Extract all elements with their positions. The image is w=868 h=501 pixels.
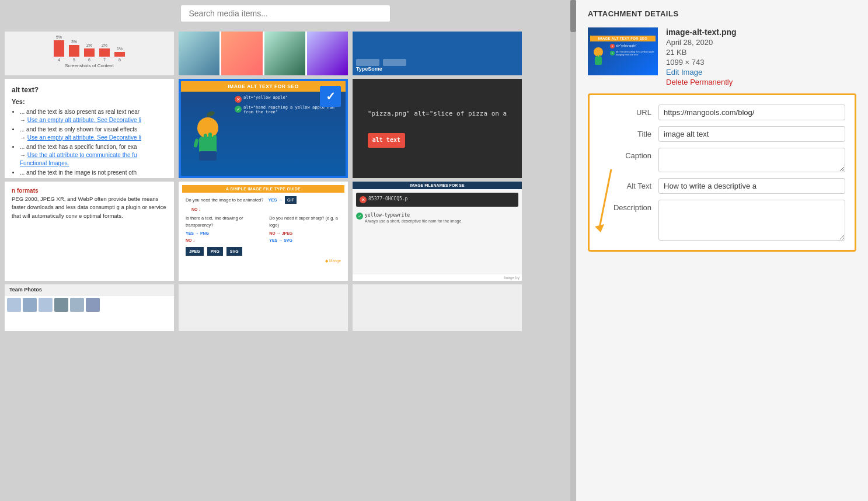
fn-check-icon: ✓: [356, 213, 363, 220]
svg-rect-6: [213, 135, 217, 145]
flowchart-banner: A SIMPLE IMAGE FILE TYPE GUIDE: [182, 185, 344, 193]
attachment-filename: image-alt-text.png: [666, 27, 737, 37]
team-photo-1: [7, 298, 21, 312]
bottom-cell-2: [179, 284, 348, 331]
fn-x-icon: ✕: [360, 196, 367, 203]
caption-textarea[interactable]: [658, 148, 845, 172]
logo-1: [356, 59, 379, 66]
caption-row: Caption: [599, 148, 845, 172]
chart-label: Screenshots of Content: [65, 63, 114, 68]
team-photo-6: [86, 298, 100, 312]
blue-banner-text: TypeSome: [356, 66, 518, 72]
thumb-banner-text: IMAGE ALT TEXT FOR SEO: [590, 36, 656, 41]
attachment-meta: image-alt-text.png April 28, 2020 21 KB …: [666, 27, 737, 86]
pizza-code: "pizza.png" alt="slice of pizza on a: [368, 110, 507, 117]
url-row: URL: [599, 105, 845, 120]
link-3[interactable]: Use the alt attribute to communicate the…: [27, 152, 137, 158]
url-input[interactable]: [658, 105, 845, 120]
title-label: Title: [599, 126, 651, 138]
link-3b[interactable]: Functional Images.: [20, 160, 69, 166]
team-photos-cell[interactable]: Team Photos: [5, 284, 174, 331]
logo-2: [383, 59, 406, 66]
text-content-cell: alt text? Yes: ... and the text is also …: [5, 79, 174, 178]
search-input[interactable]: [180, 5, 391, 22]
alttext-row: Alt Text: [599, 178, 845, 194]
svg-rect-5: [208, 133, 212, 145]
formats-cell: n formats PEG 2000, JPEG XR, and WebP of…: [5, 182, 174, 281]
title-row: Title: [599, 126, 845, 142]
attachment-title: ATTACHMENT DETAILS: [588, 9, 856, 18]
filenames-footer: Image by: [353, 274, 522, 281]
selected-checkmark: ✓: [320, 86, 341, 107]
team-header: Team Photos: [5, 284, 174, 295]
alttext-label: Alt Text: [599, 178, 651, 190]
thumb-check-icon: ✓: [610, 51, 615, 55]
team-photo-4: [54, 298, 68, 312]
text-item-2: ... and the text is only shown for visua…: [20, 126, 167, 142]
description-textarea[interactable]: [658, 200, 845, 241]
thumbnails-strip: [179, 32, 348, 75]
right-panel: ATTACHMENT DETAILS IMAGE ALT TEXT FOR SE…: [576, 0, 868, 501]
bottom-cell-3: [353, 284, 522, 331]
svg-rect-8: [199, 151, 217, 161]
link-1[interactable]: Use an empty alt attribute. See Decorati…: [27, 117, 141, 123]
svg-rect-4: [204, 134, 207, 145]
scrollbar[interactable]: [570, 0, 576, 501]
thumb-x-icon: ✕: [610, 44, 615, 48]
team-photo-3: [39, 298, 53, 312]
url-label: URL: [599, 105, 651, 117]
filenames-banner: IMAGE FILENAMES FOR SE: [353, 182, 522, 189]
thumb-item-3[interactable]: [264, 32, 305, 75]
main-panel: 5% 4 3% 5 2% 6: [0, 0, 570, 501]
team-photo-2: [23, 298, 37, 312]
hand-apple-illustration: [187, 105, 228, 163]
attachment-info-row: IMAGE ALT TEXT FOR SEO: [588, 27, 856, 86]
form-area: URL Title Caption Alt Text: [588, 93, 856, 252]
thumb-hand-apple: [590, 44, 606, 67]
thumb-item-4[interactable]: [307, 32, 348, 75]
attachment-date: April 28, 2020: [666, 38, 737, 47]
attachment-size: 21 KB: [666, 48, 737, 57]
alttext-input[interactable]: [658, 178, 845, 194]
svg-rect-7: [193, 138, 199, 148]
chart-cell: 5% 4 3% 5 2% 6: [5, 32, 174, 75]
filenames-cell[interactable]: IMAGE FILENAMES FOR SE ✕ 85377-OHCCQ5.p …: [353, 182, 522, 281]
title-input[interactable]: [658, 126, 845, 142]
fn-good: ✓ yellow-typewrite Always use a short, d…: [356, 213, 518, 223]
text-question: alt text?: [12, 85, 167, 95]
alt-infographic-cell[interactable]: ✓ IMAGE ALT TEXT FOR SEO: [179, 79, 348, 178]
delete-permanently-link[interactable]: Delete Permanently: [666, 78, 737, 86]
check-icon: ✓: [235, 106, 242, 113]
blue-banner-cell: TypeSome: [353, 32, 522, 75]
formats-heading: n formats: [12, 187, 167, 194]
text-item-1: ... and the text is also present as real…: [20, 108, 167, 124]
thumb-good: ✓ alt="hand reaching for a yellow apple …: [610, 50, 656, 56]
pizza-code-cell: "pizza.png" alt="slice of pizza on a alt…: [353, 79, 522, 178]
flowchart-cell[interactable]: A SIMPLE IMAGE FILE TYPE GUIDE Do you ne…: [179, 182, 348, 281]
description-label: Description: [599, 200, 651, 212]
formats-body: PEG 2000, JPEG XR, and WebP often provid…: [12, 195, 167, 220]
search-bar-row: [5, 5, 566, 22]
thumb-item-1[interactable]: [179, 32, 219, 75]
link-2[interactable]: Use an empty alt attribute. See Decorati…: [27, 134, 141, 141]
thumb-item-2[interactable]: [221, 32, 262, 75]
svg-rect-11: [597, 55, 598, 60]
x-icon: ✕: [235, 96, 242, 103]
team-photo-5: [70, 298, 84, 312]
text-item-4: ... and the text in the image is not pre…: [20, 169, 167, 179]
link-4[interactable]: Use the alt attribute to include the tex…: [27, 178, 138, 179]
scrollbar-thumb[interactable]: [570, 0, 576, 32]
svg-rect-12: [599, 55, 601, 60]
attachment-thumbnail: IMAGE ALT TEXT FOR SEO: [588, 27, 658, 75]
fn-bad: ✕ 85377-OHCCQ5.p: [360, 196, 515, 203]
attachment-dims: 1099 × 743: [666, 58, 737, 67]
alt-text-badge: alt text: [372, 137, 400, 143]
thumb-bad: ✕ alt="yellow apple": [610, 44, 656, 48]
svg-point-9: [594, 47, 603, 57]
text-item-3: ... and the text has a specific function…: [20, 143, 167, 168]
caption-label: Caption: [599, 148, 651, 160]
description-row: Description: [599, 200, 845, 241]
yes-label: Yes:: [12, 97, 167, 107]
edit-image-link[interactable]: Edit Image: [666, 68, 737, 76]
